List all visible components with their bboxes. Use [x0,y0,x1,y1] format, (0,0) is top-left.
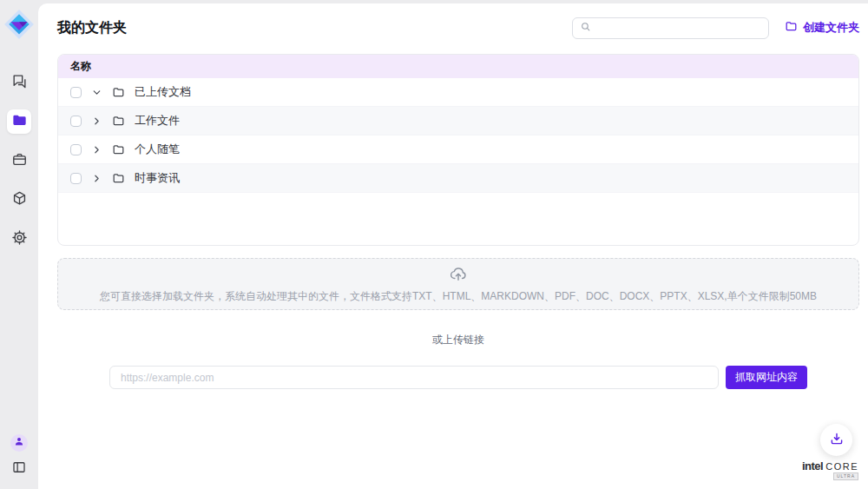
app-logo-icon [3,8,36,41]
row-checkbox[interactable] [70,87,82,98]
folder-row[interactable]: 时事资讯 [58,164,858,193]
column-header-name: 名称 [70,59,91,74]
ultra-badge: ULTRA [833,472,858,480]
search-icon [580,20,591,36]
folder-row[interactable]: 工作文件 [58,107,858,135]
intel-wordmark: intel [802,460,823,472]
header-actions: 创建文件夹 [572,17,859,39]
download-icon [829,431,845,449]
chevron-right-icon[interactable] [91,116,102,127]
create-folder-button[interactable]: 创建文件夹 [785,20,859,36]
sidebar-item-workspace[interactable] [7,149,31,173]
sidebar-item-models[interactable] [7,188,31,212]
folder-row-label: 个人随笔 [135,142,180,157]
sidebar-nav [7,70,31,251]
page-header: 我的文件夹 创建文件夹 [57,3,859,52]
chevron-right-icon[interactable] [91,173,102,184]
download-fab-button[interactable] [820,424,852,456]
upload-dropzone[interactable]: 您可直接选择加载文件夹，系统自动处理其中的文件，文件格式支持TXT、HTML、M… [57,258,859,310]
intel-core-logo: intel CORE ULTRA [802,460,858,480]
chevron-right-icon[interactable] [91,144,102,155]
core-wordmark: CORE [825,462,858,472]
page-title: 我的文件夹 [57,19,127,37]
sidebar [0,0,38,489]
user-avatar-icon [13,435,25,451]
folder-icon [112,172,125,185]
link-upload-row: 抓取网址内容 [109,366,807,389]
sidebar-item-chat[interactable] [7,70,31,95]
folder-icon [11,112,28,132]
layout-panel-icon [11,463,27,478]
folder-row[interactable]: 个人随笔 [58,135,858,164]
search-input[interactable] [596,22,761,34]
briefcase-icon [11,151,28,171]
gear-icon [11,229,28,249]
folder-row[interactable]: 已上传文档 [58,78,858,107]
sidebar-item-folders[interactable] [7,109,31,134]
chat-icon [11,73,28,93]
or-upload-link-label: 或上传链接 [57,333,859,347]
cloud-upload-icon [449,264,468,287]
table-header-row: 名称 [58,55,858,78]
row-checkbox[interactable] [70,144,82,155]
cube-icon [11,190,28,210]
sidebar-item-settings[interactable] [7,227,31,251]
search-box[interactable] [572,17,769,39]
main-content: 我的文件夹 创建文件夹 名称 [38,3,868,489]
create-folder-label: 创建文件夹 [803,20,859,36]
folder-row-label: 工作文件 [135,113,180,129]
upload-hint-text: 您可直接选择加载文件夹，系统自动处理其中的文件，文件格式支持TXT、HTML、M… [100,289,817,304]
collapse-panel-button[interactable] [11,459,27,479]
account-button[interactable] [10,434,28,452]
folder-table: 名称 已上传文档 工作文件 [57,54,859,246]
folder-plus-icon [785,20,798,36]
url-input[interactable] [109,366,719,389]
folder-row-label: 已上传文档 [135,84,191,100]
folder-icon [112,143,125,156]
row-checkbox[interactable] [70,116,82,127]
folder-icon [112,86,125,99]
sidebar-bottom [10,434,28,479]
fetch-url-button[interactable]: 抓取网址内容 [726,366,807,389]
row-checkbox[interactable] [70,173,82,184]
chevron-down-icon[interactable] [91,87,102,98]
folder-icon [112,115,125,128]
folder-row-label: 时事资讯 [135,170,180,186]
